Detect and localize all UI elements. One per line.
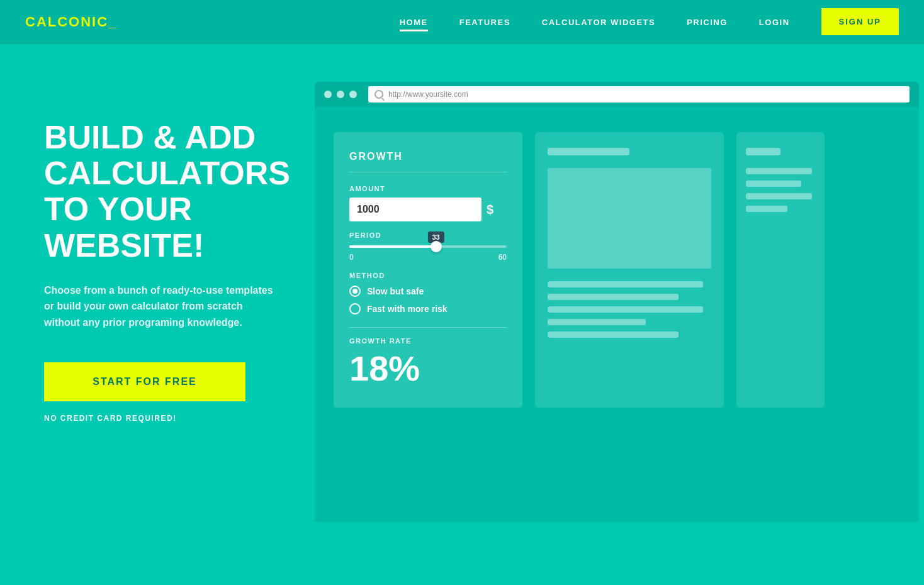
- hero-section: BUILD & ADD CALCULATORS TO YOUR WEBSITE!…: [0, 44, 924, 585]
- browser-window: http://www.yoursite.com GROWTH AMOUNT $ …: [315, 82, 919, 522]
- logo-underscore: _: [108, 14, 117, 30]
- browser-content: GROWTH AMOUNT $ PERIOD 33: [315, 107, 919, 433]
- nav-item-calculator-widgets[interactable]: CALCULATOR WIDGETS: [542, 16, 655, 28]
- method-label: METHOD: [349, 272, 507, 279]
- placeholder-partial-line-3: [746, 193, 812, 199]
- placeholder-partial-line-4: [746, 206, 787, 212]
- placeholder-line-2: [548, 294, 679, 300]
- nav-item-home[interactable]: HOME: [400, 16, 428, 28]
- amount-label: AMOUNT: [349, 185, 507, 192]
- browser-bar: http://www.yoursite.com: [315, 82, 919, 107]
- navbar: CALCONIC_ HOME FEATURES CALCULATOR WIDGE…: [0, 0, 924, 44]
- nav-links: HOME FEATURES CALCULATOR WIDGETS PRICING…: [400, 16, 790, 28]
- no-credit-card-label: NO CREDIT CARD REQUIRED!: [44, 414, 277, 423]
- calculator-title: GROWTH: [349, 151, 507, 172]
- nav-item-login[interactable]: LOGIN: [759, 16, 790, 28]
- growth-rate-label: GROWTH RATE: [349, 337, 507, 345]
- hero-right: http://www.yoursite.com GROWTH AMOUNT $ …: [315, 44, 924, 585]
- hero-left: BUILD & ADD CALCULATORS TO YOUR WEBSITE!…: [0, 44, 315, 585]
- growth-section: GROWTH RATE 18%: [349, 327, 507, 389]
- placeholder-line-5: [548, 332, 679, 338]
- placeholder-card-2: [736, 132, 825, 408]
- url-text: http://www.yoursite.com: [388, 90, 468, 99]
- placeholder-partial-line-1: [746, 168, 812, 174]
- growth-rate-value: 18%: [349, 348, 507, 389]
- radio-button-slow[interactable]: [349, 286, 361, 297]
- signup-button[interactable]: SIGN UP: [821, 8, 899, 35]
- placeholder-partial-title: [746, 148, 780, 155]
- radio-label-fast: Fast with more risk: [367, 304, 448, 314]
- nav-item-features[interactable]: FEATURES: [459, 16, 510, 28]
- radio-option-slow[interactable]: Slow but safe: [349, 286, 507, 297]
- placeholder-line-4: [548, 319, 646, 325]
- logo-text: CALCONIC: [25, 14, 108, 30]
- slider-track[interactable]: [349, 245, 507, 248]
- placeholder-card-1: [535, 132, 724, 408]
- currency-symbol: $: [487, 203, 493, 217]
- slider-max: 60: [499, 253, 507, 262]
- search-icon: [375, 90, 383, 99]
- slider-min: 0: [349, 253, 354, 262]
- placeholder-title-line: [548, 148, 629, 155]
- slider-container: 33 0 60: [349, 245, 507, 262]
- hero-headline: BUILD & ADD CALCULATORS TO YOUR WEBSITE!: [44, 120, 277, 264]
- logo: CALCONIC_: [25, 14, 117, 30]
- radio-label-slow: Slow but safe: [367, 286, 424, 296]
- placeholder-line-3: [548, 306, 703, 313]
- radio-button-fast[interactable]: [349, 303, 361, 315]
- placeholder-partial-line-2: [746, 181, 801, 187]
- browser-dot-1: [324, 91, 332, 98]
- amount-input-row: $: [349, 198, 507, 221]
- placeholder-image-box: [548, 168, 711, 269]
- calculator-card: GROWTH AMOUNT $ PERIOD 33: [334, 132, 522, 408]
- browser-dot-2: [337, 91, 344, 98]
- browser-url-bar[interactable]: http://www.yoursite.com: [368, 86, 910, 103]
- cta-button[interactable]: START FOR FREE: [44, 362, 245, 401]
- slider-thumb[interactable]: [431, 241, 442, 252]
- slider-labels: 0 60: [349, 253, 507, 262]
- amount-input[interactable]: [349, 198, 482, 221]
- hero-subtext: Choose from a bunch of ready-to-use temp…: [44, 282, 277, 331]
- radio-option-fast[interactable]: Fast with more risk: [349, 303, 507, 315]
- nav-item-pricing[interactable]: PRICING: [687, 16, 728, 28]
- slider-fill: [349, 245, 436, 248]
- placeholder-line-1: [548, 281, 703, 287]
- browser-dot-3: [349, 91, 357, 98]
